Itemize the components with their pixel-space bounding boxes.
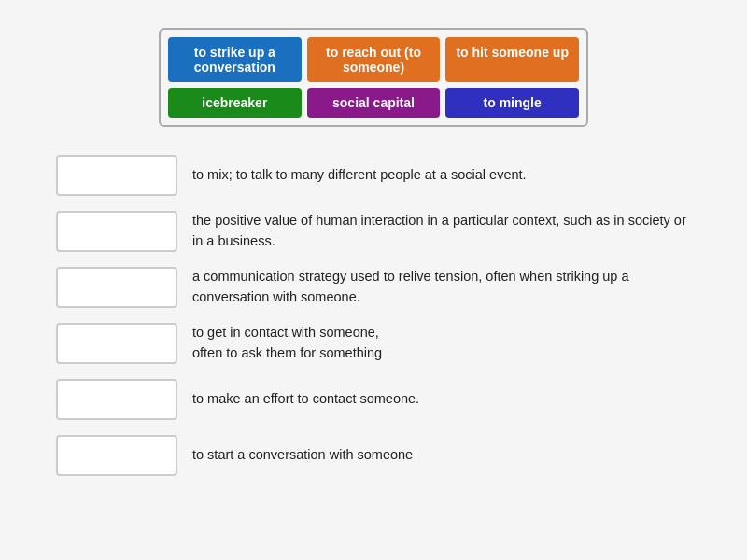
answer-box-def-4[interactable] [56,323,177,364]
answer-box-def-5[interactable] [56,379,177,420]
chip-social[interactable]: social capital [307,88,441,118]
answer-box-def-1[interactable] [56,155,177,196]
definition-def-6: to start a conversation with someone [192,445,413,466]
definition-def-1: to mix; to talk to many different people… [192,165,527,186]
answer-box-def-3[interactable] [56,267,177,308]
match-row: to mix; to talk to many different people… [56,155,691,196]
definition-def-4: to get in contact with someone, often to… [192,323,382,364]
match-row: to make an effort to contact someone. [56,379,691,420]
chip-hit[interactable]: to hit someone up [445,37,579,82]
chip-reach[interactable]: to reach out (to someone) [307,37,441,82]
chip-ice[interactable]: icebreaker [168,88,302,118]
match-row: the positive value of human interaction … [56,211,691,252]
chip-mingle[interactable]: to mingle [445,88,579,118]
match-list: to mix; to talk to many different people… [56,155,691,476]
definition-def-3: a communication strategy used to relive … [192,267,691,308]
match-row: to get in contact with someone, often to… [56,323,691,364]
match-row: to start a conversation with someone [56,435,691,476]
definition-def-5: to make an effort to contact someone. [192,389,419,410]
word-bank: to strike up a conversationto reach out … [159,28,588,127]
answer-box-def-2[interactable] [56,211,177,252]
definition-def-2: the positive value of human interaction … [192,211,691,252]
chip-strike[interactable]: to strike up a conversation [168,37,302,82]
answer-box-def-6[interactable] [56,435,177,476]
match-row: a communication strategy used to relive … [56,267,691,308]
